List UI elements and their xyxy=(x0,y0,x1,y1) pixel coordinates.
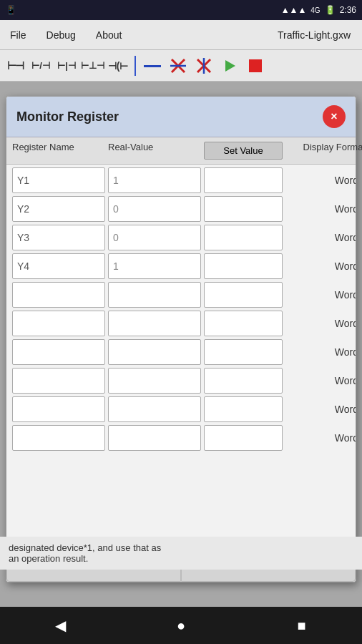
bg-text-area: designated device*1, and use that as an … xyxy=(0,537,362,570)
menu-debug[interactable]: Debug xyxy=(42,26,80,44)
set-value-input-1[interactable] xyxy=(204,196,283,222)
display-format-label-0: Word xyxy=(335,175,356,186)
real-value-input-4[interactable] xyxy=(108,282,201,308)
nav-recents-button[interactable]: ■ xyxy=(288,611,316,640)
monitor-register-dialog: Monitor Register × Register Name Real-Va… xyxy=(6,96,356,582)
clock: 2:36 xyxy=(340,5,356,15)
display-format-label-1: Word xyxy=(335,203,356,215)
real-value-input-2[interactable] xyxy=(108,225,201,250)
set-value-input-5[interactable] xyxy=(204,311,283,336)
run-button[interactable] xyxy=(219,55,240,77)
register-name-input-6[interactable] xyxy=(12,339,105,365)
real-value-input-5[interactable] xyxy=(108,311,201,336)
status-right: ▲▲▲ 4G 🔋 2:36 xyxy=(281,5,356,15)
register-name-input-3[interactable] xyxy=(12,253,105,279)
display-format-dropdown-8[interactable]: Word xyxy=(285,404,356,415)
set-value-input-9[interactable] xyxy=(204,425,283,451)
register-name-input-0[interactable] xyxy=(12,167,105,193)
display-format-label-3: Word xyxy=(335,260,356,272)
register-name-input-5[interactable] xyxy=(12,311,105,336)
register-name-input-9[interactable] xyxy=(12,425,105,451)
col-set-value-button[interactable]: Set Value xyxy=(204,142,283,160)
menu-bar: File Debug About Traffic-Light.gxw xyxy=(0,20,362,50)
table-row: Word xyxy=(12,368,350,394)
table-row: Word xyxy=(12,311,350,336)
real-value-input-8[interactable] xyxy=(108,396,201,422)
real-value-input-7[interactable] xyxy=(108,368,201,394)
bg-text-line1: designated device*1, and use that as xyxy=(9,542,353,553)
display-format-dropdown-3[interactable]: Word xyxy=(285,260,356,272)
register-name-input-1[interactable] xyxy=(12,196,105,222)
real-value-input-0[interactable] xyxy=(108,167,201,193)
battery-icon: 🔋 xyxy=(325,5,336,15)
toolbar: ⊢⊣ ⊢/⊣ ⊢|⊣ ⊢⊥⊣ ⊣(⊢ xyxy=(0,50,362,82)
contact-nt-button[interactable]: ⊢⊥⊣ xyxy=(82,55,103,77)
register-name-input-8[interactable] xyxy=(12,396,105,422)
contact-nc-button[interactable]: ⊢/⊣ xyxy=(30,55,52,77)
dialog-overlay: Monitor Register × Register Name Real-Va… xyxy=(0,82,362,607)
real-value-input-9[interactable] xyxy=(108,425,201,451)
line-button[interactable] xyxy=(142,55,163,77)
delete-h-button[interactable] xyxy=(167,55,189,77)
dialog-header: Monitor Register × xyxy=(6,97,356,137)
register-name-input-7[interactable] xyxy=(12,368,105,394)
table-row: Word xyxy=(12,196,350,222)
display-format-label-4: Word xyxy=(335,289,356,301)
delete-v-button[interactable] xyxy=(193,55,215,77)
col-real-value: Real-Value xyxy=(108,142,201,160)
display-format-label-9: Word xyxy=(335,432,356,444)
rows-container: WordWordWordWordWordWordWordWordWordWord xyxy=(6,165,356,547)
dialog-title: Monitor Register xyxy=(16,109,119,125)
set-value-input-3[interactable] xyxy=(204,253,283,279)
display-format-dropdown-4[interactable]: Word xyxy=(285,289,356,301)
table-row: Word xyxy=(12,396,350,422)
table-row: Word xyxy=(12,253,350,279)
bg-text-line2: an operation result. xyxy=(9,553,353,564)
set-value-input-2[interactable] xyxy=(204,225,283,250)
table-row: Word xyxy=(12,425,350,451)
register-name-input-4[interactable] xyxy=(12,282,105,308)
set-value-input-7[interactable] xyxy=(204,368,283,394)
display-format-dropdown-7[interactable]: Word xyxy=(285,375,356,386)
display-format-dropdown-2[interactable]: Word xyxy=(285,232,356,243)
nav-back-button[interactable]: ◀ xyxy=(46,611,74,640)
contact-pt-button[interactable]: ⊢|⊣ xyxy=(56,55,77,77)
nav-home-button[interactable]: ● xyxy=(167,611,195,640)
app-area: File Debug About Traffic-Light.gxw ⊢⊣ ⊢/… xyxy=(0,20,362,607)
stop-button[interactable] xyxy=(245,55,266,77)
menu-file[interactable]: File xyxy=(6,26,31,44)
real-value-input-1[interactable] xyxy=(108,196,201,222)
nav-bar: ◀ ● ■ xyxy=(0,607,362,644)
set-value-input-4[interactable] xyxy=(204,282,283,308)
display-format-dropdown-6[interactable]: Word xyxy=(285,346,356,358)
real-value-input-6[interactable] xyxy=(108,339,201,365)
display-format-dropdown-1[interactable]: Word xyxy=(285,203,356,215)
menu-about[interactable]: About xyxy=(92,26,127,44)
dialog-close-button[interactable]: × xyxy=(323,105,346,128)
app-title: Traffic-Light.gxw xyxy=(278,29,351,41)
display-format-label-8: Word xyxy=(335,404,356,415)
toolbar-divider xyxy=(134,56,136,76)
register-name-input-2[interactable] xyxy=(12,225,105,250)
display-format-dropdown-0[interactable]: Word xyxy=(285,175,356,186)
table-row: Word xyxy=(12,225,350,250)
status-bar: 📱 ▲▲▲ 4G 🔋 2:36 xyxy=(0,0,362,20)
display-format-label-2: Word xyxy=(335,232,356,243)
set-value-input-0[interactable] xyxy=(204,167,283,193)
set-value-input-8[interactable] xyxy=(204,396,283,422)
wifi-icon: 📱 xyxy=(6,5,16,15)
table-row: Word xyxy=(12,282,350,308)
status-left: 📱 xyxy=(6,5,16,15)
display-format-dropdown-5[interactable]: Word xyxy=(285,318,356,329)
svg-marker-6 xyxy=(225,60,235,72)
display-format-label-6: Word xyxy=(335,346,356,358)
display-format-label-7: Word xyxy=(335,375,356,386)
signal-4g-icon: 4G xyxy=(310,6,320,14)
set-value-input-6[interactable] xyxy=(204,339,283,365)
table-row: Word xyxy=(12,339,350,365)
display-format-dropdown-9[interactable]: Word xyxy=(285,432,356,444)
real-value-input-3[interactable] xyxy=(108,253,201,279)
contact-no-button[interactable]: ⊢⊣ xyxy=(4,55,26,77)
coil-button[interactable]: ⊣(⊢ xyxy=(107,55,129,77)
signal-icon: ▲▲▲ xyxy=(281,5,307,15)
